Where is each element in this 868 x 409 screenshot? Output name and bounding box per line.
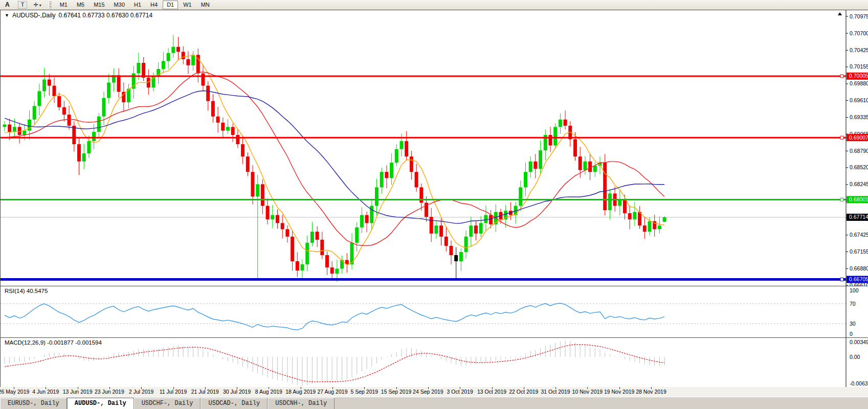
top-toolbar: A T ✛▾ M1M5M15M30H1H4D1W1MN (0, 0, 868, 10)
crosshair-tool-button[interactable]: ✛▾ (31, 1, 44, 9)
svg-text:0.66880: 0.66880 (850, 265, 868, 271)
hline-handle[interactable] (840, 136, 843, 139)
rsi-chart-canvas: 10070300 (1, 286, 868, 337)
toolbar-grip-handle[interactable] (49, 2, 52, 8)
price-badge-0.68001: 0.68001 (849, 196, 868, 202)
macd-label: MACD(12,26,9) -0.001877 -0.001594 (5, 339, 102, 346)
hline-handle[interactable] (840, 198, 843, 201)
svg-text:0.68520: 0.68520 (850, 164, 868, 170)
rsi-scale-0: 0 (850, 331, 853, 337)
svg-text:0.68245: 0.68245 (850, 181, 868, 187)
date-label: 22 Oct 2019 (509, 389, 538, 395)
svg-text:0.67155: 0.67155 (850, 248, 868, 255)
rsi-scale-100: 100 (850, 287, 859, 293)
candlesticks-layer (3, 35, 666, 282)
chart-tab-usdcnh[interactable]: USDCNH-, Daily (268, 398, 335, 409)
trading-terminal-window: A T ✛▾ M1M5M15M30H1H4D1W1MN ▼ AUDUSD-,Da… (0, 0, 868, 409)
chart-tab-usdcad[interactable]: USDCAD-, Daily (201, 398, 268, 409)
macd-scale--0.00637: -0.00637 (850, 380, 868, 387)
price-badge-0.70005: 0.70005 (849, 73, 868, 79)
svg-text:0.70975: 0.70975 (850, 13, 868, 19)
timeframe-button-h1[interactable]: H1 (130, 1, 145, 9)
timeframe-button-h4[interactable]: H4 (146, 1, 162, 9)
timeframe-button-m1[interactable]: M1 (56, 1, 72, 9)
date-label: 4 Jun 2019 (32, 389, 59, 395)
macd-scale-0.00: 0.00 (850, 354, 860, 360)
date-label: 13 Jun 2019 (63, 389, 93, 395)
current-price-badge: 0.67714 (849, 214, 868, 220)
chart-tab-bar: EURUSD-, DailyAUDUSD-, DailyUSDCHF-, Dai… (0, 397, 868, 409)
date-label: 2 Jul 2019 (129, 389, 153, 395)
svg-text:0.69880: 0.69880 (850, 80, 868, 86)
price-axis[interactable]: 0.709750.707000.704250.701550.698800.696… (846, 10, 868, 286)
chart-ohlc-values: 0.67641 0.67733 0.67630 0.67714 (59, 12, 153, 19)
date-label: 8 Aug 2019 (255, 389, 282, 395)
date-label: 19 Nov 2019 (604, 389, 635, 395)
date-axis[interactable]: 26 May 20194 Jun 201913 Jun 201923 Jun 2… (0, 387, 868, 397)
timeframe-button-m15[interactable]: M15 (90, 1, 108, 9)
date-label: 18 Aug 2019 (285, 389, 316, 395)
date-label: 13 Oct 2019 (477, 389, 506, 395)
rsi-indicator-panel[interactable]: RSI(14) 40.5475 10070300 (0, 286, 868, 338)
main-chart-panel[interactable]: ▼ AUDUSD-,Daily 0.67641 0.67733 0.67630 … (0, 10, 868, 286)
date-label: 15 Sep 2019 (381, 389, 412, 395)
date-label: 26 May 2019 (0, 389, 29, 395)
timeframe-button-m5[interactable]: M5 (73, 1, 88, 9)
rsi-scale-70: 70 (850, 301, 856, 307)
candlestick-chart-canvas[interactable]: 0.709750.707000.704250.701550.698800.696… (1, 10, 868, 286)
date-label: 24 Sep 2019 (413, 389, 443, 395)
hline-handle[interactable] (840, 278, 843, 281)
chart-tab-usdchf[interactable]: USDCHF-, Daily (134, 398, 201, 409)
text-tool-button[interactable]: T (18, 1, 28, 9)
chart-title: ▼ AUDUSD-,Daily 0.67641 0.67733 0.67630 … (5, 12, 152, 19)
date-label: 21 Jul 2019 (191, 389, 219, 395)
timeframe-button-w1[interactable]: W1 (179, 1, 196, 9)
timeframe-button-mn[interactable]: MN (197, 1, 214, 9)
timeframe-button-d1[interactable]: D1 (163, 1, 178, 9)
macd-scale-0.00349: 0.00349 (850, 339, 868, 345)
chart-tab-eurusd[interactable]: EURUSD-, Daily (0, 398, 67, 409)
date-label: 5 Sep 2019 (350, 389, 378, 395)
chart-tab-audusd[interactable]: AUDUSD-, Daily (67, 398, 134, 409)
date-label: 10 Nov 2019 (572, 389, 603, 395)
macd-chart-canvas: 0.003490.00-0.00637 (1, 338, 868, 387)
rsi-label: RSI(14) 40.5475 (5, 288, 48, 294)
date-label: 27 Aug 2019 (318, 389, 348, 395)
rsi-scale-30: 30 (850, 321, 856, 327)
rsi-line (5, 303, 664, 330)
chart-symbol-period: AUDUSD-,Daily (12, 12, 56, 19)
date-label: 30 Jul 2019 (223, 389, 251, 395)
macd-indicator-panel[interactable]: MACD(12,26,9) -0.001877 -0.001594 0.0034… (0, 337, 868, 388)
price-badge-0.66705: 0.66705 (849, 276, 868, 282)
date-label: 28 Nov 2019 (636, 389, 666, 395)
svg-text:0.69610: 0.69610 (850, 97, 868, 103)
hline-handle[interactable] (840, 75, 843, 78)
date-label: 3 Oct 2019 (447, 389, 473, 395)
macd-histogram-layer (5, 340, 664, 386)
price-badge-0.69007: 0.69007 (849, 134, 868, 141)
svg-text:0.70155: 0.70155 (850, 63, 868, 70)
svg-text:0.68790: 0.68790 (850, 148, 868, 154)
horizontal-lines-layer[interactable] (1, 75, 846, 281)
svg-text:0.70700: 0.70700 (850, 30, 868, 36)
annotate-tool-button[interactable]: A (1, 1, 14, 9)
svg-text:0.70425: 0.70425 (850, 47, 868, 53)
date-label: 11 Jul 2019 (160, 389, 187, 395)
ma-line-6 (5, 55, 664, 265)
date-label: 23 Jun 2019 (95, 389, 124, 395)
dropdown-caret-icon: ▾ (39, 3, 42, 8)
timeframe-button-group: M1M5M15M30H1H4D1W1MN (55, 1, 214, 9)
symbol-dropdown-icon[interactable]: ▼ (5, 13, 9, 18)
scroll-to-end-arrow[interactable] (838, 12, 842, 15)
svg-text:0.69335: 0.69335 (850, 114, 868, 120)
timeframe-button-m30[interactable]: M30 (110, 1, 129, 9)
svg-text:0.67425: 0.67425 (850, 232, 868, 238)
moving-averages-layer (5, 55, 664, 265)
date-label: 31 Oct 2019 (541, 389, 570, 395)
